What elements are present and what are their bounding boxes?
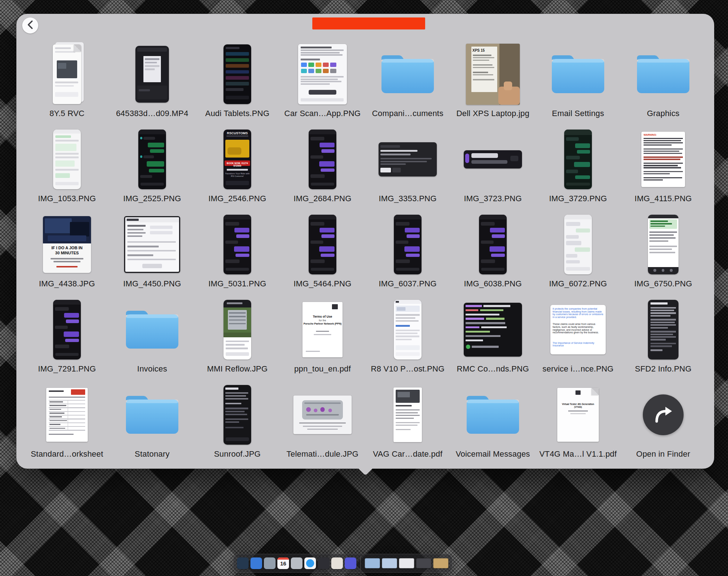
grid-item-rmc-co-nds-png[interactable]: RMC Co…nds.PNG (450, 298, 535, 384)
thumbnail-shape (644, 138, 683, 139)
thumbnail-shape (650, 322, 675, 323)
grid-item-car-scan-app-png[interactable]: Car Scan…App.PNG (280, 43, 365, 128)
item-label: Standard…orksheet (31, 449, 103, 459)
minimized-window-2[interactable] (382, 558, 397, 568)
grid-item-graphics[interactable]: Graphics (621, 43, 706, 128)
thumbnail-text: for the (302, 319, 343, 322)
thumbnail-shape (137, 48, 167, 52)
dock-app-3[interactable] (264, 557, 276, 569)
thumbnail-shape (471, 153, 498, 158)
grid-item-img-6037-png[interactable]: IMG_6037.PNG (365, 213, 450, 298)
dock-app-1[interactable] (237, 557, 249, 569)
grid-item-mmi-reflow-jpg[interactable]: MMI Reflow.JPG (195, 298, 280, 384)
grid-item-voicemail-messages[interactable]: Voicemail Messages (450, 384, 535, 469)
dock-app-2[interactable] (250, 557, 262, 569)
grid-item-img-2546-png[interactable]: RSCUSTOMSBOOK NOW. 01274 572000Transform… (195, 128, 280, 213)
minimized-window-5[interactable] (433, 558, 448, 568)
grid-item-img-6072-png[interactable]: IMG_6072.PNG (535, 213, 621, 298)
thumbnail-shape (127, 229, 143, 231)
audi-tablets-png-thumbnail (223, 44, 251, 104)
item-label: IMG_4438.JPG (39, 279, 95, 289)
grid-item-r8-v10-p-ost-png[interactable]: R8 V10 P…ost.PNG (365, 298, 450, 384)
grid-item-img-3353-png[interactable]: IMG_3353.PNG (365, 128, 450, 213)
thumbnail-shape (504, 82, 513, 90)
thumbnail-shape (644, 159, 680, 160)
thumbnail-shape (301, 69, 307, 73)
645383d-d09-mp4-thumbnail (135, 46, 169, 103)
thumbnail-shape (473, 57, 494, 58)
thumbnail-shape (644, 179, 663, 180)
grid-item-img-6038-png[interactable]: IMG_6038.PNG (450, 213, 535, 298)
grid-item-invoices[interactable]: Invoices (110, 298, 195, 384)
grid-item-img-2684-png[interactable]: IMG_2684.PNG (280, 128, 365, 213)
folder-icon (633, 50, 693, 98)
thumbnail-shape (323, 69, 329, 73)
grid-item-img-7291-png[interactable]: IMG_7291.PNG (24, 298, 110, 384)
item-label: IMG_3729.PNG (549, 194, 607, 203)
thumbnail-shape (55, 140, 79, 142)
img-3723-png-thumbnail (464, 150, 522, 168)
item-label: IMG_4115.PNG (634, 194, 692, 203)
open-in-finder-button[interactable]: Open in Finder (621, 384, 706, 469)
thumbnail-shape (649, 252, 675, 253)
grid-item-audi-tablets-png[interactable]: Audi Tablets.PNG (195, 43, 280, 128)
grid-item-img-3723-png[interactable]: IMG_3723.PNG (450, 128, 535, 213)
back-button[interactable] (22, 17, 38, 33)
thumbnail-shape (149, 169, 165, 172)
grid-item-8y-5-rvc[interactable]: 8Y.5 RVC (24, 43, 110, 128)
thumbnail-shape (332, 304, 337, 309)
thumbnail-shape (650, 349, 663, 351)
minimized-window-3[interactable] (399, 558, 414, 568)
thumbnail-shape (380, 154, 411, 155)
thumbnail-shape (650, 336, 676, 338)
grid-item-dell-xps-laptop-jpg[interactable]: XPS 15Dell XPS Laptop.jpg (450, 43, 535, 128)
grid-item-img-4450-png[interactable]: IMG_4450.PNG (110, 213, 195, 298)
8y-5-rvc-thumbnail (53, 44, 81, 104)
thumbnail-shape (566, 222, 581, 226)
grid-item-statonary[interactable]: Statonary (110, 384, 195, 469)
thumbnail-shape (480, 309, 503, 311)
calendar-app[interactable]: 16 (277, 557, 289, 569)
grid-item-sfd2-info-png[interactable]: SFD2 Info.PNG (621, 298, 706, 384)
grid-item-645383d-d09-mp4[interactable]: 645383d…d09.MP4 (110, 43, 195, 128)
thumbnail-shape (321, 254, 335, 257)
thumbnail-shape (644, 140, 681, 141)
thumbnail-shape (127, 225, 146, 227)
thumbnail-shape (330, 63, 336, 67)
thumbnail-shape (301, 81, 342, 82)
grid-item-email-settings[interactable]: Email Settings (535, 43, 621, 128)
thumbnail-shape (481, 222, 495, 226)
page-fold (74, 44, 81, 52)
dock-app-9[interactable] (345, 557, 356, 569)
grid-item-img-2525-png[interactable]: IMG_2525.PNG (110, 128, 195, 213)
item-label: service i…nce.PNG (542, 364, 613, 374)
grid-item-img-1053-png[interactable]: IMG_1053.PNG (24, 128, 110, 213)
folder-icon (122, 306, 182, 354)
thumbnail-shape (644, 165, 678, 166)
grid-item-img-3729-png[interactable]: IMG_3729.PNG (535, 128, 621, 213)
thumbnail-shape (320, 143, 335, 147)
dock-app-7[interactable] (318, 557, 329, 569)
vt4g-ma-l-v1-1-pdf-thumbnail: Virtual Tester 4th Generation (VT4G) (557, 388, 599, 442)
grid-item-ppn-tou-en-pdf[interactable]: Terms of Usefor thePorsche Partner Netwo… (280, 298, 365, 384)
grid-item-vag-car-date-pdf[interactable]: VAG Car…date.pdf (365, 384, 450, 469)
grid-item-img-5031-png[interactable]: IMG_5031.PNG (195, 213, 280, 298)
safari-app[interactable] (304, 557, 316, 569)
grid-item-compani-cuments[interactable]: Compani…cuments (365, 43, 450, 128)
grid-item-img-4115-png[interactable]: WARNING:IMG_4115.PNG (621, 128, 706, 213)
grid-item-standard-orksheet[interactable]: Standard…orksheet (24, 384, 110, 469)
grid-item-vt4g-ma-l-v1-1-pdf[interactable]: Virtual Tester 4th Generation (VT4G)VT4G… (535, 384, 621, 469)
grid-item-sunroof-jpg[interactable]: Sunroof.JPG (195, 384, 280, 469)
minimized-window-4[interactable] (416, 558, 431, 568)
grid-item-img-4438-jpg[interactable]: IF I DO A JOB IN30 MINUTESIMG_4438.JPG (24, 213, 110, 298)
dock-app-8[interactable] (331, 557, 343, 569)
grid-item-service-i-nce-png[interactable]: It protects the companies from potential… (535, 298, 621, 384)
grid-item-img-6750-png[interactable]: IMG_6750.PNG (621, 213, 706, 298)
thumbnail-shape (320, 228, 335, 233)
thumbnail-shape (225, 395, 246, 397)
dock-app-5[interactable] (291, 557, 302, 569)
grid-item-telemati-dule-jpg[interactable]: Telemati…dule.JPG (280, 384, 365, 469)
thumbnail-shape (566, 241, 582, 245)
minimized-window-1[interactable] (365, 558, 380, 568)
grid-item-img-5464-png[interactable]: IMG_5464.PNG (280, 213, 365, 298)
